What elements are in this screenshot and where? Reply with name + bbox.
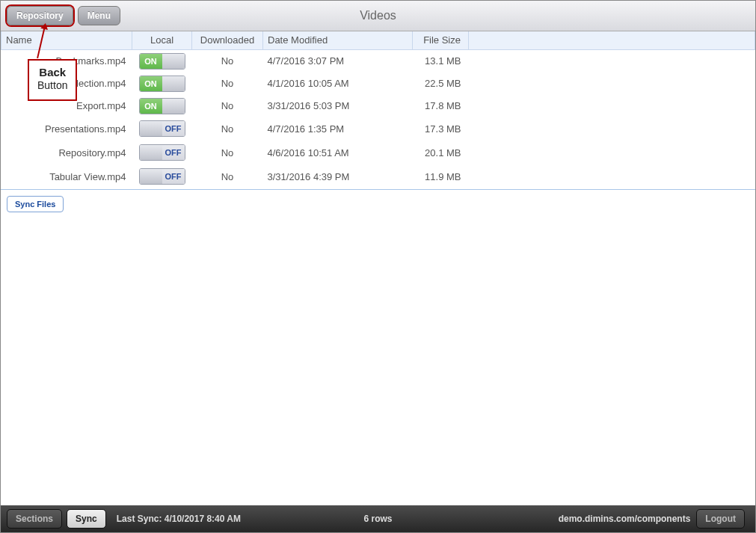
toggle-label: OFF: [162, 169, 185, 184]
footer-sync-button[interactable]: Sync: [67, 509, 106, 529]
sync-files-button[interactable]: Sync Files: [7, 196, 64, 212]
footer-last-sync: Last Sync: 4/10/2017 8:40 AM: [117, 514, 241, 524]
toggle-thumb: [162, 54, 185, 69]
toggle-label: ON: [140, 54, 162, 69]
toggle-thumb: [162, 76, 185, 91]
toggle-label: ON: [140, 76, 162, 91]
cell-empty: [469, 117, 755, 141]
file-table: Name Local Downloaded Date Modified File…: [1, 31, 755, 190]
local-toggle[interactable]: ON: [139, 76, 185, 92]
toggle-thumb: [162, 99, 185, 114]
col-header-downloaded[interactable]: Downloaded: [192, 31, 263, 49]
cell-date: 4/1/2016 10:05 AM: [263, 73, 413, 95]
local-toggle[interactable]: OFF: [139, 168, 185, 185]
footer-logout-button[interactable]: Logout: [696, 509, 745, 529]
callout-box: Back Button: [28, 59, 77, 101]
table-header-row: Name Local Downloaded Date Modified File…: [1, 31, 755, 49]
cell-downloaded: No: [192, 165, 263, 189]
cell-date: 3/31/2016 5:03 PM: [263, 95, 413, 117]
cell-empty: [469, 95, 755, 117]
local-toggle[interactable]: OFF: [139, 120, 185, 137]
col-header-size[interactable]: File Size: [413, 31, 469, 49]
col-header-local[interactable]: Local: [132, 31, 192, 49]
cell-date: 4/7/2016 3:07 PM: [263, 49, 413, 73]
toggle-thumb: [140, 169, 162, 184]
table-row[interactable]: Bookmarks.mp4ONNo4/7/2016 3:07 PM13.1 MB: [1, 49, 755, 73]
cell-local: ON: [132, 95, 192, 117]
cell-downloaded: No: [192, 73, 263, 95]
cell-size: 11.9 MB: [413, 165, 469, 189]
cell-size: 20.1 MB: [413, 141, 469, 165]
toggle-label: ON: [140, 99, 162, 114]
callout-line1: Back: [37, 66, 67, 79]
header-toolbar: Repository Menu Videos: [1, 1, 755, 31]
table-row[interactable]: Repository.mp4OFFNo4/6/2016 10:51 AM20.1…: [1, 141, 755, 165]
cell-downloaded: No: [192, 117, 263, 141]
cell-downloaded: No: [192, 141, 263, 165]
cell-empty: [469, 141, 755, 165]
cell-size: 17.8 MB: [413, 95, 469, 117]
cell-empty: [469, 49, 755, 73]
cell-date: 4/6/2016 10:51 AM: [263, 141, 413, 165]
footer-bar: Sections Sync Last Sync: 4/10/2017 8:40 …: [1, 505, 755, 532]
cell-local: ON: [132, 49, 192, 73]
cell-empty: [469, 165, 755, 189]
toggle-label: OFF: [162, 121, 185, 136]
toggle-thumb: [140, 145, 162, 160]
local-toggle[interactable]: OFF: [139, 144, 185, 161]
cell-date: 3/31/2016 4:39 PM: [263, 165, 413, 189]
menu-button[interactable]: Menu: [78, 6, 120, 25]
back-button[interactable]: Repository: [7, 6, 73, 25]
cell-size: 22.5 MB: [413, 73, 469, 95]
local-toggle[interactable]: ON: [139, 53, 185, 70]
cell-local: OFF: [132, 117, 192, 141]
col-header-date[interactable]: Date Modified: [263, 31, 413, 49]
footer-sections-button[interactable]: Sections: [7, 509, 62, 529]
col-header-empty: [469, 31, 755, 49]
col-header-name[interactable]: Name: [1, 31, 132, 49]
footer-domain: demo.dimins.com/components: [559, 514, 691, 524]
toggle-thumb: [140, 121, 162, 136]
cell-date: 4/7/2016 1:35 PM: [263, 117, 413, 141]
table-row[interactable]: Column Selection.mp4ONNo4/1/2016 10:05 A…: [1, 73, 755, 95]
table-row[interactable]: Presentations.mp4OFFNo4/7/2016 1:35 PM17…: [1, 117, 755, 141]
table-row[interactable]: Tabular View.mp4OFFNo3/31/2016 4:39 PM11…: [1, 165, 755, 189]
cell-local: OFF: [132, 141, 192, 165]
callout-line2: Button: [37, 79, 67, 92]
cell-downloaded: No: [192, 95, 263, 117]
cell-name: Tabular View.mp4: [1, 165, 132, 189]
toggle-label: OFF: [162, 145, 185, 160]
cell-downloaded: No: [192, 49, 263, 73]
cell-name: Repository.mp4: [1, 141, 132, 165]
cell-local: ON: [132, 73, 192, 95]
table-row[interactable]: Export.mp4ONNo3/31/2016 5:03 PM17.8 MB: [1, 95, 755, 117]
cell-size: 17.3 MB: [413, 117, 469, 141]
cell-local: OFF: [132, 165, 192, 189]
cell-name: Presentations.mp4: [1, 117, 132, 141]
local-toggle[interactable]: ON: [139, 98, 185, 114]
cell-size: 13.1 MB: [413, 49, 469, 73]
cell-empty: [469, 73, 755, 95]
footer-row-count: 6 rows: [363, 514, 392, 524]
